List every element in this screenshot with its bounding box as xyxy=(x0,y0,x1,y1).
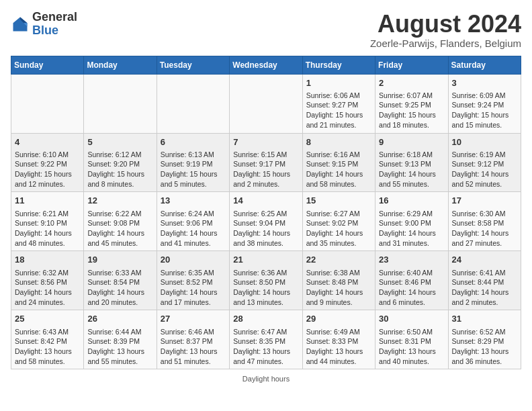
day-info: Sunrise: 6:41 AM Sunset: 8:44 PM Dayligh… xyxy=(452,268,517,308)
day-info: Sunrise: 6:46 AM Sunset: 8:37 PM Dayligh… xyxy=(161,327,226,367)
calendar-day-14: 14Sunrise: 6:25 AM Sunset: 9:04 PM Dayli… xyxy=(230,192,302,251)
day-number: 12 xyxy=(87,195,152,207)
calendar-day-23: 23Sunrise: 6:40 AM Sunset: 8:46 PM Dayli… xyxy=(375,251,448,310)
day-info: Sunrise: 6:30 AM Sunset: 8:58 PM Dayligh… xyxy=(452,209,517,248)
day-number: 20 xyxy=(161,254,226,266)
daylight-note: Daylight hours xyxy=(242,375,290,383)
logo-general-text: General xyxy=(32,11,77,24)
calendar-day-13: 13Sunrise: 6:24 AM Sunset: 9:06 PM Dayli… xyxy=(157,192,229,251)
day-info: Sunrise: 6:36 AM Sunset: 8:50 PM Dayligh… xyxy=(233,268,298,308)
day-info: Sunrise: 6:32 AM Sunset: 8:56 PM Dayligh… xyxy=(15,268,80,308)
calendar-day-3: 3Sunrise: 6:09 AM Sunset: 9:24 PM Daylig… xyxy=(448,74,521,133)
day-number: 17 xyxy=(452,195,517,207)
day-number: 15 xyxy=(306,195,371,207)
calendar-day-30: 30Sunrise: 6:50 AM Sunset: 8:31 PM Dayli… xyxy=(375,310,448,369)
day-info: Sunrise: 6:49 AM Sunset: 8:33 PM Dayligh… xyxy=(306,327,371,367)
col-header-monday: Monday xyxy=(84,56,157,74)
calendar-day-2: 2Sunrise: 6:07 AM Sunset: 9:25 PM Daylig… xyxy=(375,74,448,133)
day-number: 9 xyxy=(379,136,444,148)
calendar-day-16: 16Sunrise: 6:29 AM Sunset: 9:00 PM Dayli… xyxy=(375,192,448,251)
calendar-week-4: 18Sunrise: 6:32 AM Sunset: 8:56 PM Dayli… xyxy=(11,251,521,310)
day-number: 23 xyxy=(379,254,444,266)
location-title: Zoerle-Parwijs, Flanders, Belgium xyxy=(370,38,521,49)
calendar-day-11: 11Sunrise: 6:21 AM Sunset: 9:10 PM Dayli… xyxy=(11,192,84,251)
calendar-day-9: 9Sunrise: 6:18 AM Sunset: 9:13 PM Daylig… xyxy=(375,133,448,192)
day-number: 5 xyxy=(87,136,152,148)
day-info: Sunrise: 6:16 AM Sunset: 9:15 PM Dayligh… xyxy=(306,150,371,189)
day-info: Sunrise: 6:13 AM Sunset: 9:19 PM Dayligh… xyxy=(161,150,226,189)
calendar-day-empty-0-2 xyxy=(157,74,229,133)
day-number: 18 xyxy=(15,254,80,266)
day-info: Sunrise: 6:19 AM Sunset: 9:12 PM Dayligh… xyxy=(452,150,517,189)
col-header-saturday: Saturday xyxy=(448,56,521,74)
calendar-day-4: 4Sunrise: 6:10 AM Sunset: 9:22 PM Daylig… xyxy=(11,133,84,192)
day-number: 13 xyxy=(161,195,226,207)
calendar-day-25: 25Sunrise: 6:43 AM Sunset: 8:42 PM Dayli… xyxy=(11,310,84,369)
day-info: Sunrise: 6:35 AM Sunset: 8:52 PM Dayligh… xyxy=(161,268,226,308)
calendar-day-31: 31Sunrise: 6:52 AM Sunset: 8:29 PM Dayli… xyxy=(448,310,521,369)
day-info: Sunrise: 6:07 AM Sunset: 9:25 PM Dayligh… xyxy=(379,91,444,130)
calendar-day-26: 26Sunrise: 6:44 AM Sunset: 8:39 PM Dayli… xyxy=(84,310,157,369)
logo-blue-text: Blue xyxy=(32,24,77,38)
header: General Blue August 2024 Zoerle-Parwijs,… xyxy=(11,11,521,49)
day-info: Sunrise: 6:15 AM Sunset: 9:17 PM Dayligh… xyxy=(233,150,298,189)
calendar-day-8: 8Sunrise: 6:16 AM Sunset: 9:15 PM Daylig… xyxy=(302,133,375,192)
day-number: 31 xyxy=(452,313,517,325)
logo-text: General Blue xyxy=(32,11,77,38)
day-info: Sunrise: 6:52 AM Sunset: 8:29 PM Dayligh… xyxy=(452,327,517,367)
calendar-day-17: 17Sunrise: 6:30 AM Sunset: 8:58 PM Dayli… xyxy=(448,192,521,251)
calendar-day-12: 12Sunrise: 6:22 AM Sunset: 9:08 PM Dayli… xyxy=(84,192,157,251)
day-number: 19 xyxy=(87,254,152,266)
day-number: 10 xyxy=(452,136,517,148)
day-info: Sunrise: 6:06 AM Sunset: 9:27 PM Dayligh… xyxy=(306,91,371,130)
col-header-friday: Friday xyxy=(375,56,448,74)
calendar-day-27: 27Sunrise: 6:46 AM Sunset: 8:37 PM Dayli… xyxy=(157,310,229,369)
calendar-week-1: 1Sunrise: 6:06 AM Sunset: 9:27 PM Daylig… xyxy=(11,74,521,133)
day-number: 29 xyxy=(306,313,371,325)
day-info: Sunrise: 6:47 AM Sunset: 8:35 PM Dayligh… xyxy=(233,327,298,367)
calendar-day-18: 18Sunrise: 6:32 AM Sunset: 8:56 PM Dayli… xyxy=(11,251,84,310)
day-info: Sunrise: 6:25 AM Sunset: 9:04 PM Dayligh… xyxy=(233,209,298,248)
day-number: 24 xyxy=(452,254,517,266)
col-header-tuesday: Tuesday xyxy=(157,56,229,74)
day-info: Sunrise: 6:21 AM Sunset: 9:10 PM Dayligh… xyxy=(15,209,80,248)
day-number: 27 xyxy=(161,313,226,325)
col-header-sunday: Sunday xyxy=(11,56,84,74)
calendar-day-empty-0-1 xyxy=(84,74,157,133)
day-number: 1 xyxy=(306,77,371,89)
col-header-wednesday: Wednesday xyxy=(230,56,302,74)
day-number: 4 xyxy=(15,136,80,148)
calendar-day-10: 10Sunrise: 6:19 AM Sunset: 9:12 PM Dayli… xyxy=(448,133,521,192)
day-info: Sunrise: 6:38 AM Sunset: 8:48 PM Dayligh… xyxy=(306,268,371,308)
day-info: Sunrise: 6:43 AM Sunset: 8:42 PM Dayligh… xyxy=(15,327,80,367)
calendar-day-7: 7Sunrise: 6:15 AM Sunset: 9:17 PM Daylig… xyxy=(230,133,302,192)
calendar-day-1: 1Sunrise: 6:06 AM Sunset: 9:27 PM Daylig… xyxy=(302,74,375,133)
day-info: Sunrise: 6:12 AM Sunset: 9:20 PM Dayligh… xyxy=(87,150,152,189)
month-title: August 2024 xyxy=(370,11,521,38)
calendar-day-empty-0-0 xyxy=(11,74,84,133)
calendar-day-15: 15Sunrise: 6:27 AM Sunset: 9:02 PM Dayli… xyxy=(302,192,375,251)
day-number: 26 xyxy=(87,313,152,325)
logo: General Blue xyxy=(11,11,77,38)
day-info: Sunrise: 6:27 AM Sunset: 9:02 PM Dayligh… xyxy=(306,209,371,248)
calendar-day-28: 28Sunrise: 6:47 AM Sunset: 8:35 PM Dayli… xyxy=(230,310,302,369)
day-info: Sunrise: 6:18 AM Sunset: 9:13 PM Dayligh… xyxy=(379,150,444,189)
day-number: 28 xyxy=(233,313,298,325)
day-number: 22 xyxy=(306,254,371,266)
day-number: 6 xyxy=(161,136,226,148)
day-number: 30 xyxy=(379,313,444,325)
calendar-day-19: 19Sunrise: 6:33 AM Sunset: 8:54 PM Dayli… xyxy=(84,251,157,310)
day-info: Sunrise: 6:29 AM Sunset: 9:00 PM Dayligh… xyxy=(379,209,444,248)
day-info: Sunrise: 6:40 AM Sunset: 8:46 PM Dayligh… xyxy=(379,268,444,308)
day-info: Sunrise: 6:09 AM Sunset: 9:24 PM Dayligh… xyxy=(452,91,517,130)
day-number: 8 xyxy=(306,136,371,148)
calendar-day-20: 20Sunrise: 6:35 AM Sunset: 8:52 PM Dayli… xyxy=(157,251,229,310)
calendar-week-2: 4Sunrise: 6:10 AM Sunset: 9:22 PM Daylig… xyxy=(11,133,521,192)
day-number: 14 xyxy=(233,195,298,207)
day-number: 7 xyxy=(233,136,298,148)
footer-note: Daylight hours xyxy=(11,375,521,383)
calendar-day-29: 29Sunrise: 6:49 AM Sunset: 8:33 PM Dayli… xyxy=(302,310,375,369)
day-number: 11 xyxy=(15,195,80,207)
calendar-day-21: 21Sunrise: 6:36 AM Sunset: 8:50 PM Dayli… xyxy=(230,251,302,310)
day-info: Sunrise: 6:24 AM Sunset: 9:06 PM Dayligh… xyxy=(161,209,226,248)
